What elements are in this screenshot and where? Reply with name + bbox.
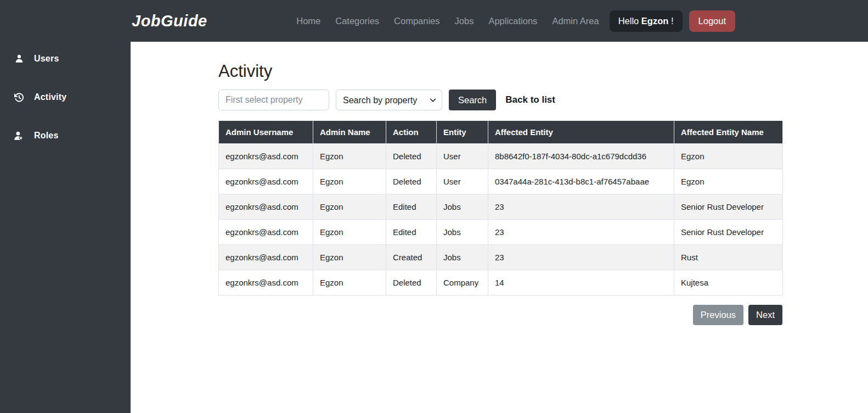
sidebar-item-roles[interactable]: Roles: [0, 129, 131, 142]
table-row: egzonkrs@asd.com Egzon Deleted User 0347…: [219, 169, 783, 194]
sidebar-item-label: Roles: [34, 131, 59, 141]
pagination: Previous Next: [218, 305, 782, 325]
cell-affected-entity: 0347a44a-281c-413d-b8c1-af76457abaae: [488, 169, 674, 194]
cell-admin-username: egzonkrs@asd.com: [219, 220, 313, 245]
cell-admin-name: Egzon: [313, 169, 386, 194]
cell-admin-username: egzonkrs@asd.com: [219, 144, 313, 169]
sidebar: Users Activity: [0, 0, 131, 413]
cell-admin-name: Egzon: [313, 144, 386, 169]
cell-admin-name: Egzon: [313, 194, 386, 220]
brand-logo[interactable]: JobGuide: [132, 12, 207, 30]
cell-admin-username: egzonkrs@asd.com: [219, 245, 313, 270]
column-header-admin-username: Admin Username: [219, 121, 313, 144]
nav-link-categories[interactable]: Categories: [335, 16, 379, 26]
activity-table: Admin Username Admin Name Action Entity …: [218, 121, 783, 295]
cell-admin-username: egzonkrs@asd.com: [219, 270, 313, 295]
cell-affected-entity-name: Egzon: [674, 144, 783, 169]
cell-entity: User: [437, 169, 488, 194]
cell-action: Edited: [386, 194, 437, 220]
property-select-wrap: Search by property: [336, 90, 442, 110]
property-select[interactable]: Search by property: [336, 90, 442, 110]
nav-link-companies[interactable]: Companies: [394, 16, 439, 26]
greeting-suffix: !: [668, 16, 673, 26]
cell-admin-name: Egzon: [313, 270, 386, 295]
user-icon: [14, 54, 24, 64]
sidebar-item-label: Users: [34, 54, 59, 64]
page-title: Activity: [218, 62, 868, 81]
cell-affected-entity: 14: [488, 270, 674, 295]
search-row: Search by property Search Back to list: [218, 90, 868, 110]
back-to-list-link[interactable]: Back to list: [505, 94, 555, 105]
cell-action: Deleted: [386, 144, 437, 169]
nav-link-admin-area[interactable]: Admin Area: [552, 16, 599, 26]
history-icon: [14, 92, 24, 103]
main-content: Activity Search by property Search Back …: [131, 42, 868, 413]
cell-affected-entity-name: Egzon: [674, 169, 783, 194]
table-row: egzonkrs@asd.com Egzon Edited Jobs 23 Se…: [219, 194, 783, 220]
column-header-affected-entity: Affected Entity: [488, 121, 674, 144]
search-input[interactable]: [218, 90, 329, 110]
sidebar-item-activity[interactable]: Activity: [0, 91, 131, 104]
cell-entity: Jobs: [437, 220, 488, 245]
column-header-action: Action: [386, 121, 437, 144]
cell-entity: User: [437, 144, 488, 169]
greeting-username: Egzon: [641, 16, 669, 26]
cell-affected-entity: 23: [488, 194, 674, 220]
cell-action: Deleted: [386, 270, 437, 295]
table-row: egzonkrs@asd.com Egzon Created Jobs 23 R…: [219, 245, 783, 270]
greeting-prefix: Hello: [618, 16, 641, 26]
cell-action: Edited: [386, 220, 437, 245]
cell-admin-username: egzonkrs@asd.com: [219, 194, 313, 220]
greeting-button[interactable]: Hello Egzon !: [610, 10, 683, 32]
column-header-entity: Entity: [437, 121, 488, 144]
column-header-admin-name: Admin Name: [313, 121, 386, 144]
cell-admin-name: Egzon: [313, 220, 386, 245]
user-tag-icon: [14, 131, 24, 141]
nav-link-home[interactable]: Home: [296, 16, 320, 26]
logout-button[interactable]: Logout: [689, 10, 735, 32]
sidebar-item-users[interactable]: Users: [0, 52, 131, 65]
table-row: egzonkrs@asd.com Egzon Deleted Company 1…: [219, 270, 783, 295]
cell-affected-entity-name: Rust: [674, 245, 783, 270]
cell-entity: Company: [437, 270, 488, 295]
search-button[interactable]: Search: [449, 90, 496, 110]
nav-link-applications[interactable]: Applications: [488, 16, 537, 26]
cell-action: Created: [386, 245, 437, 270]
table-header: Admin Username Admin Name Action Entity …: [219, 121, 783, 144]
cell-action: Deleted: [386, 169, 437, 194]
table-row: egzonkrs@asd.com Egzon Edited Jobs 23 Se…: [219, 220, 783, 245]
nav-links: Home Categories Companies Jobs Applicati…: [296, 16, 599, 26]
table-row: egzonkrs@asd.com Egzon Deleted User 8b86…: [219, 144, 783, 169]
next-button[interactable]: Next: [748, 305, 782, 325]
previous-button[interactable]: Previous: [693, 305, 743, 325]
cell-affected-entity-name: Kujtesa: [674, 270, 783, 295]
sidebar-item-label: Activity: [34, 92, 66, 102]
cell-admin-username: egzonkrs@asd.com: [219, 169, 313, 194]
cell-admin-name: Egzon: [313, 245, 386, 270]
cell-affected-entity: 8b8642f0-187f-4034-80dc-a1c679dcdd36: [488, 144, 674, 169]
top-navbar: JobGuide Home Categories Companies Jobs …: [0, 0, 868, 42]
cell-entity: Jobs: [437, 245, 488, 270]
cell-affected-entity: 23: [488, 245, 674, 270]
cell-affected-entity-name: Senior Rust Developer: [674, 194, 783, 220]
cell-affected-entity: 23: [488, 220, 674, 245]
cell-entity: Jobs: [437, 194, 488, 220]
cell-affected-entity-name: Senior Rust Developer: [674, 220, 783, 245]
nav-link-jobs[interactable]: Jobs: [455, 16, 474, 26]
column-header-affected-entity-name: Affected Entity Name: [674, 121, 783, 144]
